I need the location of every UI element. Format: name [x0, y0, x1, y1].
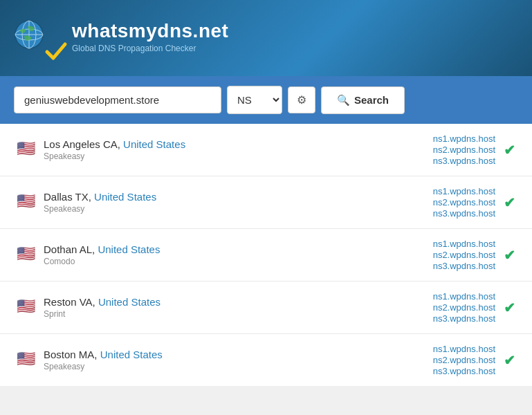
- location-name: Dallas TX, United States: [44, 191, 156, 203]
- location-country: United States: [98, 296, 160, 308]
- ns-entry: ns2.wpdns.host: [433, 197, 495, 208]
- ns-entry: ns2.wpdns.host: [433, 250, 495, 260]
- brand-name: whatsmydns.net: [72, 20, 228, 42]
- brand-tagline: Global DNS Propagation Checker: [72, 44, 228, 53]
- ns-entry: ns2.wpdns.host: [433, 355, 495, 365]
- location-city: Dothan AL,: [44, 243, 98, 255]
- location-name: Boston MA, United States: [44, 349, 163, 360]
- ns-entry: ns1.wpdns.host: [433, 239, 495, 249]
- location-name: Dothan AL, United States: [44, 243, 160, 255]
- results-container: 🇺🇸 Los Angeles CA, United States Speakea…: [0, 124, 532, 386]
- location-city: Reston VA,: [44, 296, 98, 308]
- location-info: Reston VA, United States Sprint: [44, 296, 160, 319]
- result-left: 🇺🇸 Reston VA, United States Sprint: [17, 296, 160, 319]
- checkmark-icon: [44, 40, 68, 64]
- ns-entry: ns3.wpdns.host: [433, 208, 495, 219]
- ns-entry: ns3.wpdns.host: [433, 313, 495, 324]
- ns-entry: ns1.wpdns.host: [433, 291, 495, 302]
- location-city: Los Angeles CA,: [44, 138, 123, 150]
- ns-list: ns1.wpdns.hostns2.wpdns.hostns3.wpdns.ho…: [433, 186, 495, 219]
- search-icon: 🔍: [337, 94, 350, 107]
- location-isp: Comodo: [44, 257, 160, 266]
- result-right: ns1.wpdns.hostns2.wpdns.hostns3.wpdns.ho…: [433, 133, 515, 166]
- table-row: 🇺🇸 Dothan AL, United States Comodo ns1.w…: [0, 229, 532, 282]
- check-icon: ✔: [504, 299, 515, 316]
- location-info: Dallas TX, United States Speakeasy: [44, 191, 156, 214]
- search-label: Search: [354, 94, 389, 106]
- result-left: 🇺🇸 Dallas TX, United States Speakeasy: [17, 191, 156, 214]
- ns-entry: ns3.wpdns.host: [433, 366, 495, 376]
- flag-icon: 🇺🇸: [17, 297, 35, 315]
- search-button[interactable]: 🔍 Search: [321, 86, 405, 114]
- location-isp: Sprint: [44, 309, 160, 319]
- flag-icon: 🇺🇸: [17, 245, 35, 263]
- ns-list: ns1.wpdns.hostns2.wpdns.hostns3.wpdns.ho…: [433, 291, 495, 324]
- settings-button[interactable]: ⚙: [288, 86, 315, 113]
- ns-entry: ns1.wpdns.host: [433, 344, 495, 354]
- ns-list: ns1.wpdns.hostns2.wpdns.hostns3.wpdns.ho…: [433, 344, 495, 376]
- flag-icon: 🇺🇸: [17, 192, 35, 210]
- ns-entry: ns1.wpdns.host: [433, 133, 495, 144]
- location-name: Los Angeles CA, United States: [44, 138, 185, 150]
- dns-type-select[interactable]: A AAAA CNAME MX NS PTR SOA SRV TXT: [227, 86, 282, 114]
- ns-entry: ns3.wpdns.host: [433, 156, 495, 166]
- result-left: 🇺🇸 Los Angeles CA, United States Speakea…: [17, 138, 185, 161]
- search-bar: A AAAA CNAME MX NS PTR SOA SRV TXT ⚙ 🔍 S…: [0, 76, 532, 124]
- ns-entry: ns1.wpdns.host: [433, 186, 495, 196]
- ns-list: ns1.wpdns.hostns2.wpdns.hostns3.wpdns.ho…: [433, 239, 495, 271]
- table-row: 🇺🇸 Reston VA, United States Sprint ns1.w…: [0, 282, 532, 334]
- result-right: ns1.wpdns.hostns2.wpdns.hostns3.wpdns.ho…: [433, 186, 515, 219]
- location-country: United States: [100, 349, 163, 360]
- globe-icon: [14, 19, 48, 54]
- result-right: ns1.wpdns.hostns2.wpdns.hostns3.wpdns.ho…: [433, 291, 515, 324]
- result-left: 🇺🇸 Dothan AL, United States Comodo: [17, 243, 160, 266]
- table-row: 🇺🇸 Boston MA, United States Speakeasy ns…: [0, 334, 532, 386]
- result-left: 🇺🇸 Boston MA, United States Speakeasy: [17, 349, 163, 371]
- check-icon: ✔: [504, 194, 515, 211]
- result-right: ns1.wpdns.hostns2.wpdns.hostns3.wpdns.ho…: [433, 344, 515, 376]
- location-isp: Speakeasy: [44, 362, 163, 371]
- ns-list: ns1.wpdns.hostns2.wpdns.hostns3.wpdns.ho…: [433, 133, 495, 166]
- location-info: Boston MA, United States Speakeasy: [44, 349, 163, 371]
- location-name: Reston VA, United States: [44, 296, 160, 308]
- brand-text: whatsmydns.net Global DNS Propagation Ch…: [72, 20, 228, 53]
- check-icon: ✔: [504, 352, 515, 369]
- location-country: United States: [98, 243, 160, 255]
- header: whatsmydns.net Global DNS Propagation Ch…: [0, 0, 532, 76]
- location-isp: Speakeasy: [44, 151, 185, 161]
- flag-icon: 🇺🇸: [17, 140, 35, 158]
- location-country: United States: [123, 138, 185, 150]
- check-icon: ✔: [504, 142, 515, 158]
- check-icon: ✔: [504, 247, 515, 264]
- ns-entry: ns3.wpdns.host: [433, 261, 495, 271]
- location-info: Los Angeles CA, United States Speakeasy: [44, 138, 185, 161]
- location-isp: Speakeasy: [44, 204, 156, 214]
- flag-icon: 🇺🇸: [17, 350, 35, 368]
- location-info: Dothan AL, United States Comodo: [44, 243, 160, 266]
- table-row: 🇺🇸 Los Angeles CA, United States Speakea…: [0, 124, 532, 176]
- location-country: United States: [94, 191, 156, 203]
- ns-entry: ns2.wpdns.host: [433, 145, 495, 155]
- result-right: ns1.wpdns.hostns2.wpdns.hostns3.wpdns.ho…: [433, 239, 515, 271]
- gear-icon: ⚙: [297, 93, 306, 107]
- table-row: 🇺🇸 Dallas TX, United States Speakeasy ns…: [0, 176, 532, 229]
- domain-input[interactable]: [14, 86, 221, 113]
- location-city: Boston MA,: [44, 349, 100, 360]
- logo: [14, 12, 62, 61]
- ns-entry: ns2.wpdns.host: [433, 302, 495, 313]
- location-city: Dallas TX,: [44, 191, 94, 203]
